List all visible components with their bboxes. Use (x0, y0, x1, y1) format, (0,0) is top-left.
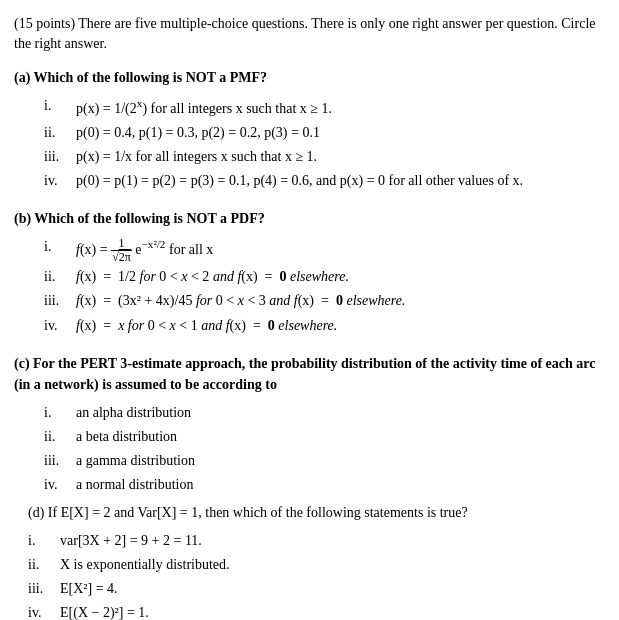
list-item: i. an alpha distribution (44, 401, 601, 424)
list-item: iii. f(x) = (3x² + 4x)/45 for 0 < x < 3 … (44, 289, 601, 312)
option-text: a normal distribution (76, 473, 601, 496)
option-label: i. (44, 235, 76, 258)
option-text: a beta distribution (76, 425, 601, 448)
option-text: var[3X + 2] = 9 + 2 = 11. (60, 529, 601, 552)
section-c: (c) For the PERT 3-estimate approach, th… (14, 353, 601, 620)
section-b-title: (b) Which of the following is NOT a PDF? (14, 208, 601, 229)
list-item: ii. f(x) = 1/2 for 0 < x < 2 and f(x) = … (44, 265, 601, 288)
option-label: iii. (44, 289, 76, 312)
list-item: iv. p(0) = p(1) = p(2) = p(3) = 0.1, p(4… (44, 169, 601, 192)
option-label: ii. (44, 265, 76, 288)
section-d-options: i. var[3X + 2] = 9 + 2 = 11. ii. X is ex… (28, 529, 601, 620)
option-label: ii. (44, 425, 76, 448)
option-text: p(0) = p(1) = p(2) = p(3) = 0.1, p(4) = … (76, 169, 601, 192)
option-text: f(x) = x for 0 < x < 1 and f(x) = 0 else… (76, 314, 601, 337)
option-text: f(x) = 1√2π e−x²/2 for all x (76, 235, 601, 264)
option-label: iv. (28, 601, 60, 620)
option-text: p(x) = 1/(2x) for all integers x such th… (76, 94, 601, 120)
section-a: (a) Which of the following is NOT a PMF?… (14, 67, 601, 192)
section-c-options: i. an alpha distribution ii. a beta dist… (14, 401, 601, 496)
list-item: iii. a gamma distribution (44, 449, 601, 472)
list-item: iv. a normal distribution (44, 473, 601, 496)
option-label: ii. (28, 553, 60, 576)
list-item: iii. E[X²] = 4. (28, 577, 601, 600)
list-item: i. f(x) = 1√2π e−x²/2 for all x (44, 235, 601, 264)
list-item: iii. p(x) = 1/x for all integers x such … (44, 145, 601, 168)
option-label: iv. (44, 169, 76, 192)
option-label: ii. (44, 121, 76, 144)
option-label: iii. (44, 449, 76, 472)
section-c-title: (c) For the PERT 3-estimate approach, th… (14, 353, 601, 395)
option-label: i. (28, 529, 60, 552)
option-label: i. (44, 94, 76, 117)
section-d: (d) If E[X] = 2 and Var[X] = 1, then whi… (14, 502, 601, 620)
section-a-options: i. p(x) = 1/(2x) for all integers x such… (14, 94, 601, 192)
option-text: an alpha distribution (76, 401, 601, 424)
option-text: X is exponentially distributed. (60, 553, 601, 576)
option-text: f(x) = 1/2 for 0 < x < 2 and f(x) = 0 el… (76, 265, 601, 288)
section-d-title: (d) If E[X] = 2 and Var[X] = 1, then whi… (28, 502, 601, 523)
option-text: p(0) = 0.4, p(1) = 0.3, p(2) = 0.2, p(3)… (76, 121, 601, 144)
option-text: E[(X − 2)²] = 1. (60, 601, 601, 620)
option-label: iv. (44, 314, 76, 337)
section-b: (b) Which of the following is NOT a PDF?… (14, 208, 601, 336)
option-text: p(x) = 1/x for all integers x such that … (76, 145, 601, 168)
list-item: iv. f(x) = x for 0 < x < 1 and f(x) = 0 … (44, 314, 601, 337)
section-a-title: (a) Which of the following is NOT a PMF? (14, 67, 601, 88)
option-label: iv. (44, 473, 76, 496)
list-item: iv. E[(X − 2)²] = 1. (28, 601, 601, 620)
option-text: a gamma distribution (76, 449, 601, 472)
option-label: i. (44, 401, 76, 424)
list-item: i. p(x) = 1/(2x) for all integers x such… (44, 94, 601, 120)
list-item: ii. X is exponentially distributed. (28, 553, 601, 576)
section-b-options: i. f(x) = 1√2π e−x²/2 for all x ii. f(x)… (14, 235, 601, 336)
list-item: ii. a beta distribution (44, 425, 601, 448)
option-label: iii. (28, 577, 60, 600)
intro-text: (15 points) There are five multiple-choi… (14, 14, 601, 53)
list-item: ii. p(0) = 0.4, p(1) = 0.3, p(2) = 0.2, … (44, 121, 601, 144)
option-label: iii. (44, 145, 76, 168)
option-text: f(x) = (3x² + 4x)/45 for 0 < x < 3 and f… (76, 289, 601, 312)
option-text: E[X²] = 4. (60, 577, 601, 600)
list-item: i. var[3X + 2] = 9 + 2 = 11. (28, 529, 601, 552)
